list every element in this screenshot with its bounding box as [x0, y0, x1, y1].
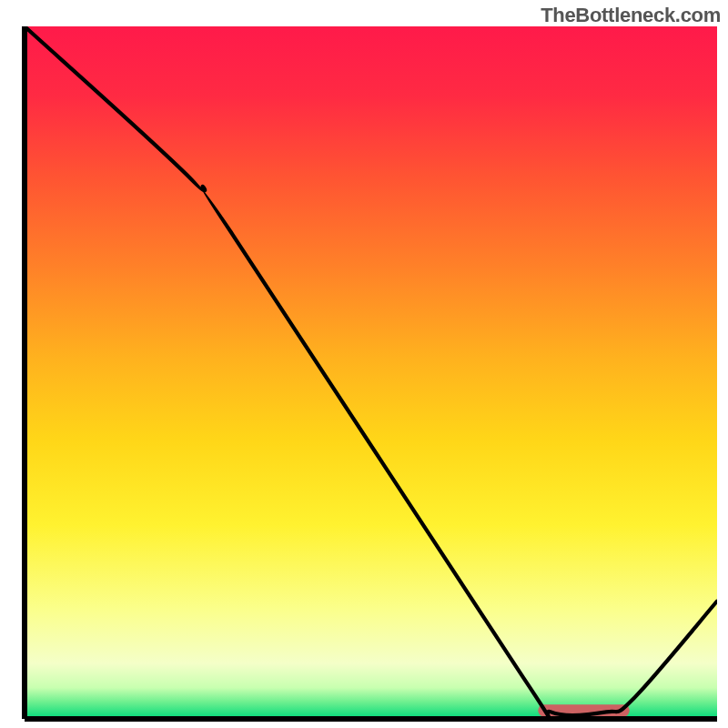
gradient-background	[25, 26, 717, 719]
bottleneck-chart	[0, 0, 728, 728]
plot-area	[25, 26, 717, 725]
watermark-text: TheBottleneck.com	[541, 4, 721, 27]
